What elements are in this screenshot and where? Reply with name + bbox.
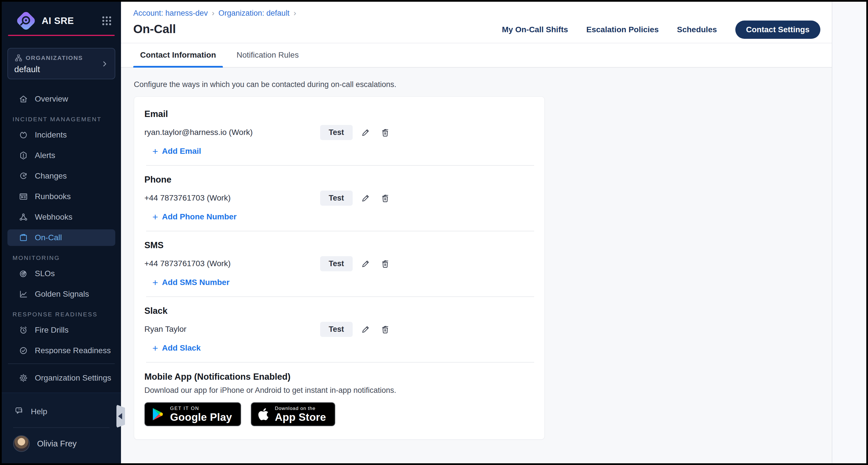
sidebar-item-organization-settings[interactable]: Organization Settings [7,370,115,386]
section-title: SMS [144,240,534,251]
sidebar-item-label: Alerts [35,151,55,160]
nav-link-escalation-policies[interactable]: Escalation Policies [586,25,659,34]
org-selector[interactable]: ORGANIZATIONS default [7,48,115,79]
sidebar-item-webhooks[interactable]: Webhooks [7,209,115,225]
sidebar-item-label: On-Call [35,233,62,242]
add-slack-link[interactable]: Add Slack [144,342,534,354]
sidebar-item-changes[interactable]: Changes [7,168,115,184]
sidebar-nav: Overview INCIDENT MANAGEMENT Incidents A… [2,87,121,354]
app-name: AI SRE [42,16,100,26]
test-button[interactable]: Test [320,322,353,337]
edit-pencil-icon[interactable] [360,323,372,336]
trash-icon[interactable] [379,257,392,270]
content-area: Configure the ways in which you can be c… [121,68,832,463]
sidebar-item-label: Fire Drills [35,326,68,335]
test-button[interactable]: Test [320,125,353,140]
section-title: Email [144,109,534,120]
test-button[interactable]: Test [320,191,353,206]
check-circle-icon [18,345,29,354]
org-selector-label: ORGANIZATIONS [26,55,83,61]
user-name: Olivia Frey [37,439,77,448]
sidebar-item-fire-drills[interactable]: Fire Drills [7,322,115,338]
tab-contact-information[interactable]: Contact Information [133,51,223,67]
section-mobile-app: Mobile App (Notifications Enabled) Downl… [144,372,534,426]
sidebar-item-incidents[interactable]: Incidents [7,127,115,143]
user-menu[interactable]: Olivia Frey [7,435,115,452]
sidebar-item-slos[interactable]: SLOs [7,265,115,282]
sidebar-item-label: Changes [35,172,67,181]
history-icon [18,171,29,181]
trash-icon[interactable] [379,323,392,336]
sidebar-item-response-readiness[interactable]: Response Readiness [7,342,115,354]
sidebar-item-runbooks[interactable]: Runbooks [7,188,115,205]
section-divider [146,362,534,363]
sidebar-item-label: SLOs [35,269,55,278]
nav-link-schedules[interactable]: Schedules [677,25,717,34]
section-divider [146,165,534,166]
section-phone: Phone +44 7873761703 (Work) Test [144,174,534,231]
store-badges: GET IT ON Google Play Download on the Ap… [144,402,534,426]
avatar [13,435,30,452]
breadcrumb-account[interactable]: Account: harness-dev [133,8,214,18]
section-divider [146,231,534,231]
chevron-right-icon [100,60,109,68]
sidebar-item-overview[interactable]: Overview [7,91,115,107]
sidebar-collapse-handle[interactable] [116,405,125,428]
edit-pencil-icon[interactable] [360,126,372,138]
apps-grid-icon[interactable] [100,14,113,27]
sidebar-item-golden-signals[interactable]: Golden Signals [7,286,115,302]
section-email: Email ryan.taylor@harness.io (Work) Test [144,109,534,166]
test-button[interactable]: Test [320,256,353,271]
trash-icon[interactable] [379,192,392,204]
org-hierarchy-icon [14,54,23,62]
edit-pencil-icon[interactable] [360,192,372,204]
sidebar-divider [8,364,115,364]
section-sms: SMS +44 7873761703 (Work) Test [144,240,534,297]
page-header: Account: harness-dev Organization: defau… [121,2,832,43]
plus-icon [152,212,158,222]
breadcrumb-organization[interactable]: Organization: default [218,8,296,18]
mobile-app-title: Mobile App (Notifications Enabled) [144,372,534,382]
breadcrumb: Account: harness-dev Organization: defau… [133,8,820,18]
sidebar-item-label: Webhooks [35,213,72,222]
sidebar-item-alerts[interactable]: Alerts [7,147,115,164]
tab-notification-rules[interactable]: Notification Rules [230,51,306,67]
sidebar-item-on-call[interactable]: On-Call [7,229,115,246]
sidebar-item-label: Runbooks [35,192,71,201]
google-play-badge[interactable]: GET IT ON Google Play [144,402,241,426]
add-email-link[interactable]: Add Email [144,145,534,157]
app-store-badge[interactable]: Download on the App Store [251,402,335,426]
section-title: Slack [144,306,534,316]
badge-line2: App Store [275,412,326,423]
content-description: Configure the ways in which you can be c… [134,80,832,89]
calendar-icon [18,232,29,243]
contact-settings-button[interactable]: Contact Settings [735,21,820,39]
contact-value: +44 7873761703 (Work) [144,193,310,203]
brand-divider [8,35,115,36]
contact-row: Ryan Taylor Test [144,321,534,337]
plus-icon [152,343,158,353]
nav-link-my-on-call-shifts[interactable]: My On-Call Shifts [502,25,568,34]
sidebar: AI SRE ORGANIZATION [2,2,121,463]
home-icon [18,94,29,104]
alert-hexagon-icon [18,150,29,161]
nav-section-heading: INCIDENT MANAGEMENT [12,116,121,123]
footer-item-label: Help [31,407,48,416]
incident-flame-icon [18,130,29,140]
nav-section-heading: MONITORING [12,254,121,261]
edit-pencil-icon[interactable] [360,257,372,270]
google-play-icon [151,407,164,421]
webhook-icon [18,212,29,222]
add-phone-link[interactable]: Add Phone Number [144,211,534,223]
contact-row: ryan.taylor@harness.io (Work) Test [144,125,534,140]
add-sms-link[interactable]: Add SMS Number [144,276,534,288]
runbook-window-icon [18,191,29,202]
app-window: AI SRE ORGANIZATION [0,0,868,465]
ai-sre-logo [17,11,35,30]
sidebar-item-help[interactable]: ? Help [7,403,115,420]
target-icon [18,269,29,279]
mobile-app-description: Download our app for iPhone or Android t… [144,386,534,395]
trash-icon[interactable] [379,126,392,138]
chart-line-icon [18,289,29,299]
section-slack: Slack Ryan Taylor Test [144,306,534,363]
